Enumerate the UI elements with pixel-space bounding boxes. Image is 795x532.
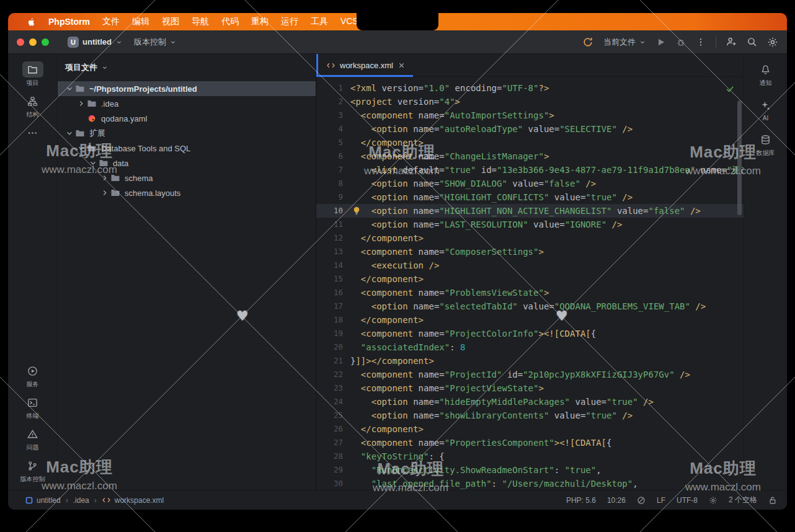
zoom-window-button[interactable]	[42, 38, 49, 46]
code-line[interactable]: 16 <component name="ProblemsViewState">	[316, 286, 744, 299]
editor-scrollbar[interactable]	[737, 100, 742, 215]
apple-icon[interactable]	[27, 17, 36, 27]
code-line[interactable]: 26 </component>	[316, 422, 744, 436]
code-line[interactable]: 29 "RunOnceActivity.ShowReadmeOnStart": …	[316, 463, 744, 477]
tree-row[interactable]: schema.layouts	[58, 185, 316, 200]
menu-item[interactable]: 视图	[162, 16, 179, 27]
menu-item[interactable]: 工具	[311, 16, 328, 27]
code-line[interactable]: 3 <component name="AutoImportSettings">	[316, 109, 744, 122]
code-line[interactable]: 28 "keyToString": {	[316, 450, 744, 463]
code-line[interactable]: 27 <component name="PropertiesComponent"…	[316, 436, 744, 450]
code-line[interactable]: 4 <option name="autoReloadType" value="S…	[316, 122, 744, 136]
settings-gear-button[interactable]	[767, 37, 778, 48]
intention-bulb-icon[interactable]	[352, 206, 361, 215]
code-line[interactable]: 9 <option name="HIGHLIGHT_CONFLICTS" val…	[316, 190, 744, 204]
line-number[interactable]: 22	[316, 368, 343, 381]
line-number[interactable]: 14	[316, 259, 343, 272]
chevron-right-icon[interactable]	[76, 99, 86, 109]
tree-row[interactable]: .idea	[58, 96, 316, 111]
tool-button-ai-assistant[interactable]: AI	[755, 97, 776, 122]
tree-row[interactable]: ~/PhpstormProjects/untitled	[58, 81, 316, 96]
chevron-right-icon[interactable]	[99, 188, 110, 198]
caret-position-widget[interactable]: 10:26	[607, 496, 626, 505]
chevron-down-icon[interactable]	[87, 158, 98, 168]
more-actions-button[interactable]	[696, 37, 706, 47]
unlock-icon[interactable]	[768, 496, 777, 505]
menu-item[interactable]: VCS	[340, 16, 358, 27]
breadcrumb-item[interactable]: untitled	[37, 496, 61, 505]
code-line[interactable]: 21}]]></component>	[316, 354, 744, 368]
line-number[interactable]: 19	[316, 327, 343, 340]
code-line[interactable]: 5 </component>	[316, 136, 744, 149]
code-with-me-button[interactable]	[726, 37, 737, 47]
inspections-ok-icon[interactable]	[726, 84, 735, 94]
line-number[interactable]: 11	[316, 218, 343, 231]
debug-button[interactable]	[676, 37, 686, 47]
encoding-widget[interactable]: UTF-8	[677, 496, 698, 505]
code-line[interactable]: 13 <component name="ComposerSettings">	[316, 245, 744, 259]
code-line[interactable]: 20 "associatedIndex": 8	[316, 340, 744, 354]
tree-row[interactable]: schema	[58, 171, 316, 185]
menu-item[interactable]: 编辑	[132, 16, 149, 27]
tool-button-more[interactable]	[22, 125, 43, 141]
tree-row[interactable]: qodana.yaml	[58, 111, 316, 126]
run-configuration-widget[interactable]: 当前文件	[603, 37, 646, 48]
line-number[interactable]: 12	[316, 231, 343, 245]
menu-item[interactable]: 文件	[102, 16, 120, 27]
line-number[interactable]: 23	[316, 381, 343, 395]
code-line[interactable]: 19 <component name="ProjectColorInfo"><!…	[316, 327, 744, 340]
line-number[interactable]: 2	[316, 95, 343, 109]
minimize-window-button[interactable]	[29, 38, 37, 46]
code-line[interactable]: 11 <option name="LAST_RESOLUTION" value=…	[316, 218, 744, 231]
code-line[interactable]: 14 <execution />	[316, 259, 744, 272]
search-everywhere-button[interactable]	[747, 37, 757, 47]
code-line[interactable]: 22 <component name="ProjectId" id="2p10p…	[316, 368, 744, 381]
line-number[interactable]: 30	[316, 477, 343, 490]
code-line[interactable]: 15 </component>	[316, 272, 744, 286]
tree-row[interactable]: 扩展	[58, 126, 316, 141]
code-line[interactable]: 24 <option name="hideEmptyMiddlePackages…	[316, 395, 744, 409]
line-number[interactable]: 17	[316, 299, 343, 313]
line-number[interactable]: 24	[316, 395, 343, 409]
line-number[interactable]: 16	[316, 286, 343, 299]
menu-item[interactable]: 导航	[192, 16, 209, 27]
inspections-widget-icon[interactable]	[709, 496, 717, 505]
menu-item[interactable]: 重构	[251, 16, 269, 27]
line-number[interactable]: 9	[316, 190, 343, 204]
tool-button-notifications[interactable]: 通知	[755, 61, 776, 87]
line-number[interactable]: 26	[316, 422, 343, 436]
menu-item[interactable]: 代码	[221, 16, 239, 27]
line-number[interactable]: 10	[316, 204, 343, 218]
tool-button-version-control[interactable]: 版本控制	[20, 458, 45, 484]
chevron-down-icon[interactable]	[76, 143, 86, 153]
close-window-button[interactable]	[17, 38, 24, 46]
code-line[interactable]: 1<?xml version="1.0" encoding="UTF-8"?>	[316, 81, 744, 95]
indent-widget[interactable]: 2 个空格	[729, 495, 757, 505]
highlighting-level-icon[interactable]	[637, 496, 646, 505]
line-number[interactable]: 5	[316, 136, 343, 149]
chevron-down-icon[interactable]	[64, 128, 74, 138]
menu-item[interactable]: 运行	[281, 16, 298, 27]
code-line[interactable]: 12 </component>	[316, 231, 744, 245]
line-number[interactable]: 21	[316, 354, 343, 368]
line-number[interactable]: 20	[316, 340, 343, 354]
code-editor[interactable]: 1<?xml version="1.0" encoding="UTF-8"?>2…	[316, 77, 744, 490]
code-line[interactable]: 6 <component name="ChangeListManager">	[316, 149, 744, 163]
tool-button-database[interactable]: 数据库	[755, 131, 776, 157]
project-widget[interactable]: U untitled	[68, 37, 123, 48]
code-line[interactable]: 8 <option name="SHOW_DIALOG" value="fals…	[316, 177, 744, 190]
line-number[interactable]: 18	[316, 313, 343, 327]
tool-button-structure[interactable]: 结构	[22, 93, 43, 119]
line-number[interactable]: 3	[316, 109, 343, 122]
breadcrumb-item[interactable]: workspace.xml	[115, 496, 164, 505]
vcs-widget[interactable]: 版本控制	[134, 37, 177, 48]
line-number[interactable]: 27	[316, 436, 343, 450]
code-line[interactable]: 23 <component name="ProjectViewState">	[316, 381, 744, 395]
run-button[interactable]	[656, 37, 666, 47]
line-number[interactable]: 28	[316, 450, 343, 463]
breadcrumb-item[interactable]: .idea	[73, 496, 89, 505]
tree-row[interactable]: Database Tools and SQL	[58, 141, 316, 156]
chevron-down-icon[interactable]	[64, 84, 74, 94]
line-number[interactable]: 6	[316, 149, 343, 163]
tool-button-terminal[interactable]: 终端	[22, 394, 43, 420]
